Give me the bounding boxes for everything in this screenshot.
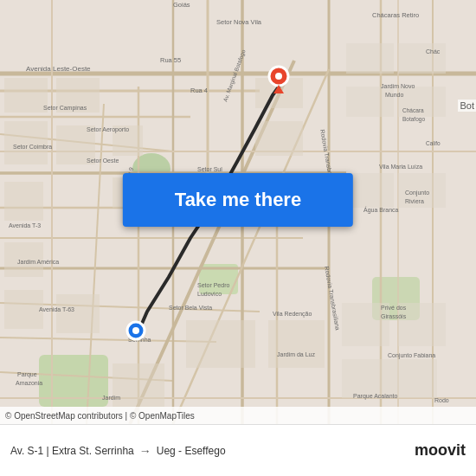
svg-text:Setor Aeroporto: Setor Aeroporto [87,126,129,133]
map-attribution: © OpenStreetMap contributors | © OpenMap… [0,407,476,424]
svg-text:Setor Bela Vista: Setor Bela Vista [169,305,212,311]
svg-rect-32 [4,78,48,113]
svg-text:Vila Redenção: Vila Redenção [273,311,312,318]
route-info: Av. S-1 | Extra St. Serrinha → Ueg - Ese… [10,444,415,458]
svg-text:Califo: Califo [426,140,441,146]
svg-text:Botafogo: Botafogo [402,116,425,123]
svg-rect-38 [4,290,43,329]
svg-rect-48 [346,173,394,208]
svg-text:Ludovico: Ludovico [197,291,222,297]
svg-text:Água Branca: Água Branca [363,206,399,214]
svg-text:Goiás: Goiás [173,1,190,9]
svg-text:Chácara: Chácara [402,107,424,113]
svg-text:Riviera: Riviera [405,198,424,204]
svg-text:Conjunto: Conjunto [405,190,429,196]
moovit-brand-text: moovit [415,441,466,460]
svg-text:Conjunto Fabiana: Conjunto Fabiana [388,352,435,359]
svg-text:Setor Campinas: Setor Campinas [43,105,87,112]
origin-text: Av. S-1 | Extra St. Serrinha [10,445,134,457]
svg-point-101 [275,73,282,80]
moovit-logo: moovit [415,441,466,460]
svg-text:Avenida Leste-Oeste: Avenida Leste-Oeste [26,65,91,73]
svg-text:Setor Coimbra: Setor Coimbra [13,144,52,150]
svg-rect-54 [268,320,325,368]
destination-text: Ueg - Eseffego [157,445,226,457]
arrow-icon: → [139,444,151,458]
svg-text:Jardim Novo: Jardim Novo [381,83,415,89]
svg-rect-43 [255,121,303,156]
attribution-text: © OpenStreetMap contributors | © OpenMap… [5,411,195,421]
svg-text:Avenida T-63: Avenida T-63 [39,306,74,312]
svg-text:Parque Acalanto: Parque Acalanto [353,393,397,400]
svg-text:Amazonia: Amazonia [16,380,42,386]
svg-text:Avenida T-3: Avenida T-3 [9,222,41,228]
svg-text:Jardim da Luz: Jardim da Luz [277,351,315,357]
svg-text:Rodo: Rodo [434,397,449,403]
svg-rect-53 [186,320,255,368]
svg-text:Jardim: Jardim [102,395,120,401]
svg-rect-44 [346,43,394,74]
svg-text:Privé dos: Privé dos [381,305,407,311]
svg-text:Chácaras Retiro: Chácaras Retiro [372,11,419,19]
svg-text:Setor Oeste: Setor Oeste [87,158,119,164]
svg-text:Setor Pedro: Setor Pedro [197,282,229,288]
svg-point-103 [132,327,139,334]
svg-text:Mundo: Mundo [385,92,404,98]
svg-text:Setor Nova Vila: Setor Nova Vila [216,18,262,26]
svg-text:Rua 4: Rua 4 [190,87,208,94]
svg-rect-34 [4,121,48,164]
svg-text:Chác: Chác [426,48,441,55]
svg-text:Setor Sul: Setor Sul [197,166,222,172]
svg-rect-39 [56,294,100,333]
map-container: Avenida Leste-Oeste Rua 55 Rua 4 Setor N… [0,0,476,424]
svg-text:Jardim América: Jardim América [17,259,59,265]
svg-text:Girassóis: Girassóis [381,313,407,319]
svg-text:Rua 55: Rua 55 [160,56,181,64]
take-me-there-button[interactable]: Take me there [123,173,353,227]
svg-text:Vila Maria Luíza: Vila Maria Luíza [379,164,422,170]
svg-text:Parque: Parque [17,371,37,378]
bottom-bar: Av. S-1 | Extra St. Serrinha → Ueg - Ese… [0,424,476,476]
bot-label: Bot [458,100,476,112]
svg-rect-36 [4,182,43,221]
